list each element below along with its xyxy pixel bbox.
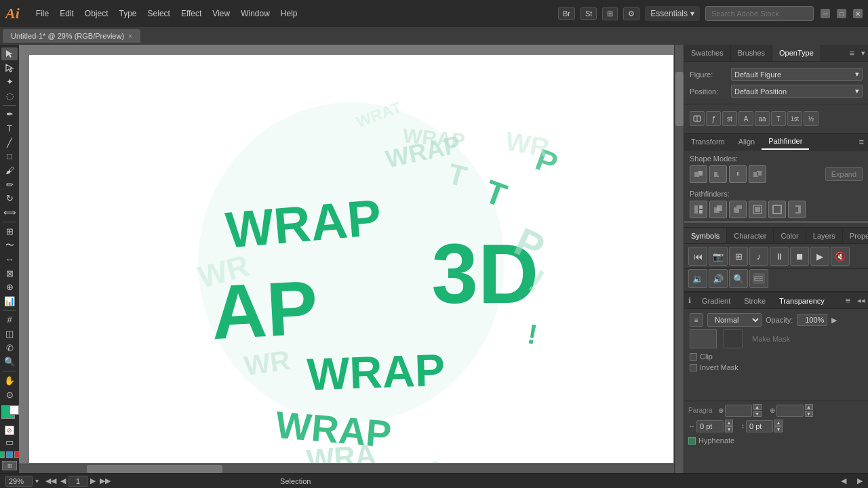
trim-btn[interactable] [709, 201, 727, 218]
ordinals-btn[interactable]: 1st [787, 111, 802, 126]
standard-ligatures-btn[interactable] [690, 111, 705, 126]
pt-input-2[interactable] [746, 420, 773, 432]
swatches-tab[interactable]: Swatches [684, 45, 731, 61]
paintbrush-tool[interactable]: 🖌 [1, 164, 18, 177]
intersect-btn[interactable] [729, 165, 747, 183]
w-up-btn[interactable]: ▲ [725, 420, 733, 426]
first-page-btn[interactable]: ◀◀ [44, 476, 58, 485]
search-input[interactable] [705, 6, 814, 21]
panel-menu-button[interactable]: ≡ [845, 45, 859, 61]
pen-tool[interactable]: ✒ [1, 108, 18, 121]
w-down-btn[interactable]: ▼ [725, 426, 733, 432]
menu-object[interactable]: Object [79, 5, 114, 22]
scale-tool[interactable]: ⊞ [1, 225, 18, 238]
brushes-tab[interactable]: Brushes [731, 45, 772, 61]
scroll-left-btn[interactable]: ◀ [841, 476, 846, 485]
color-3[interactable] [14, 451, 19, 458]
menu-edit[interactable]: Edit [54, 5, 79, 22]
mute-btn[interactable]: 🔇 [831, 247, 850, 266]
vol-up-btn[interactable]: 🔊 [709, 269, 728, 288]
stock-button[interactable]: St [580, 7, 597, 20]
align-tab[interactable]: Align [732, 134, 762, 149]
warp-tool[interactable]: 〜 [1, 239, 18, 251]
lasso-tool[interactable]: ◌ [1, 89, 18, 102]
music-btn[interactable]: ♪ [749, 247, 768, 266]
gradient-tool[interactable]: ◫ [1, 327, 18, 340]
column-graph-tool[interactable]: 📊 [1, 295, 18, 308]
vertical-scrollbar[interactable] [674, 45, 684, 473]
change-screen-mode[interactable]: ▭ [1, 436, 18, 449]
grid-btn[interactable]: ⊞ [729, 247, 748, 266]
essentials-button[interactable]: Essentials ▾ [645, 6, 700, 21]
bridge-button[interactable]: Br [558, 7, 575, 20]
pathfinder-menu-btn[interactable]: ≡ [854, 134, 868, 150]
hyphenate-checkbox[interactable] [688, 437, 696, 445]
discretionary-ligatures-btn[interactable]: st [722, 111, 737, 126]
clip-checkbox[interactable] [690, 353, 697, 361]
menu-window[interactable]: Window [235, 5, 275, 22]
menu-file[interactable]: File [31, 5, 54, 22]
unite-btn[interactable] [690, 165, 707, 183]
color-2[interactable] [6, 451, 13, 458]
magic-wand-tool[interactable]: ✦ [1, 75, 18, 88]
opacity-input[interactable] [797, 314, 827, 326]
outline-btn[interactable] [768, 201, 786, 218]
exclude-btn[interactable] [749, 165, 766, 183]
figure-dropdown[interactable]: Default Figure ▾ [731, 68, 863, 81]
line-tool[interactable]: ╱ [1, 136, 18, 149]
y-coord-input[interactable] [776, 405, 804, 417]
horizontal-scrollbar[interactable] [19, 464, 674, 473]
width-tool[interactable]: ↔ [1, 253, 18, 266]
swash-btn[interactable]: A [738, 111, 753, 126]
crop-btn[interactable] [749, 201, 766, 218]
minus-front-btn[interactable] [709, 165, 727, 183]
type-tool[interactable]: T [1, 122, 18, 135]
close-button[interactable]: ✕ [853, 9, 863, 18]
transform-tab[interactable]: Transform [684, 134, 732, 149]
color-1[interactable] [0, 451, 5, 458]
eyedropper-tool[interactable]: ✆ [1, 342, 18, 354]
arrange-button[interactable]: ⚙ [623, 7, 639, 20]
zoom-input[interactable] [5, 476, 33, 487]
merge-btn[interactable] [729, 201, 747, 218]
last-page-btn[interactable]: ▶▶ [98, 476, 112, 485]
menu-view[interactable]: View [207, 5, 235, 22]
stop-btn[interactable]: ⏹ [790, 247, 809, 266]
stylistic-alternates-btn[interactable]: aa [755, 111, 770, 126]
rotate-tool[interactable]: ↻ [1, 192, 18, 205]
titling-btn[interactable]: T [771, 111, 786, 126]
pencil-tool[interactable]: ✏ [1, 178, 18, 191]
reflect-tool[interactable]: ⟺ [1, 206, 18, 219]
make-mask-button[interactable]: Make Mask [752, 335, 790, 343]
selection-tool[interactable] [1, 47, 18, 60]
contextual-alternates-btn[interactable]: ƒ [706, 111, 721, 126]
stroke-tab[interactable]: Stroke [737, 293, 772, 308]
position-dropdown[interactable]: Default Position ▾ [731, 85, 863, 98]
menu-effect[interactable]: Effect [176, 5, 207, 22]
pt-input-1[interactable] [696, 420, 724, 432]
panel-collapse-button[interactable]: ▾ [859, 46, 868, 60]
panel-info-icon[interactable]: ℹ [684, 293, 695, 308]
opacity-expand-btn[interactable]: ▶ [831, 316, 837, 325]
tab-close-button[interactable]: × [128, 33, 132, 40]
h-up-btn[interactable]: ▲ [774, 420, 783, 426]
transparency-tab[interactable]: Transparency [772, 293, 831, 308]
play-btn[interactable]: ▶ [810, 247, 829, 266]
stroke-color[interactable] [9, 405, 19, 415]
transparency-collapse-btn[interactable]: ◂◂ [854, 293, 868, 308]
layers-tab[interactable]: Layers [806, 228, 843, 243]
x-down-btn[interactable]: ▼ [753, 411, 762, 417]
properties-tab[interactable]: Properties [843, 228, 868, 243]
divide-btn[interactable] [690, 201, 707, 218]
search-sym-btn[interactable]: 🔍 [729, 269, 748, 288]
zoom-btn[interactable]: ⊙ [1, 388, 18, 401]
menu-help[interactable]: Help [275, 5, 303, 22]
h-down-btn[interactable]: ▼ [774, 426, 783, 432]
zoom-chevron[interactable]: ▾ [35, 477, 39, 485]
menu-type[interactable]: Type [114, 5, 142, 22]
y-down-btn[interactable]: ▼ [805, 411, 813, 417]
list-sym-btn[interactable] [749, 269, 768, 288]
prev-page-btn[interactable]: ◀ [59, 476, 67, 485]
free-transform-tool[interactable]: ⊠ [1, 267, 18, 280]
artboard[interactable]: WRAP WRAP WRAT T T WRAP 3D AP ! [29, 55, 673, 463]
